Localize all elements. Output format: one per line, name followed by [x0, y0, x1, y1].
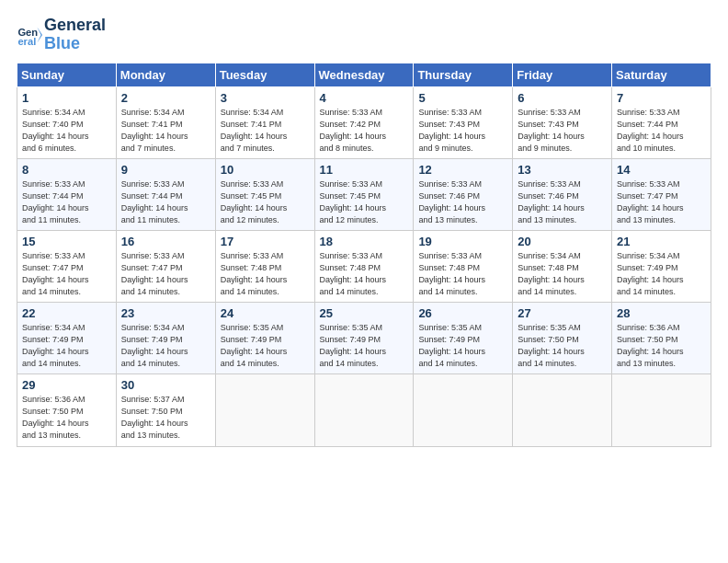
calendar-cell: 10Sunrise: 5:33 AMSunset: 7:45 PMDayligh…: [215, 158, 314, 230]
day-info: Sunrise: 5:33 AMSunset: 7:48 PMDaylight:…: [320, 250, 409, 298]
calendar-cell: 8Sunrise: 5:33 AMSunset: 7:44 PMDaylight…: [17, 158, 117, 230]
day-info: Sunrise: 5:33 AMSunset: 7:43 PMDaylight:…: [418, 107, 507, 155]
day-number: 12: [418, 163, 507, 177]
calendar-cell: [414, 374, 513, 446]
calendar-cell: 28Sunrise: 5:36 AMSunset: 7:50 PMDayligh…: [612, 303, 711, 374]
day-number: 30: [121, 378, 210, 392]
day-number: 4: [320, 91, 409, 105]
day-info: Sunrise: 5:34 AMSunset: 7:41 PMDaylight:…: [121, 107, 210, 155]
day-info: Sunrise: 5:37 AMSunset: 7:50 PMDaylight:…: [121, 394, 210, 442]
day-info: Sunrise: 5:33 AMSunset: 7:46 PMDaylight:…: [518, 178, 607, 226]
day-number: 17: [221, 235, 310, 248]
day-number: 10: [221, 163, 310, 177]
calendar-cell: 25Sunrise: 5:35 AMSunset: 7:49 PMDayligh…: [314, 303, 414, 374]
calendar-header-saturday: Saturday: [612, 63, 711, 86]
day-number: 13: [518, 163, 607, 177]
day-info: Sunrise: 5:33 AMSunset: 7:45 PMDaylight:…: [320, 178, 409, 226]
day-number: 21: [617, 235, 706, 248]
day-number: 7: [617, 91, 706, 105]
day-info: Sunrise: 5:33 AMSunset: 7:45 PMDaylight:…: [221, 178, 310, 226]
svg-marker-2: [37, 27, 42, 42]
calendar-cell: 29Sunrise: 5:36 AMSunset: 7:50 PMDayligh…: [17, 374, 117, 446]
day-info: Sunrise: 5:34 AMSunset: 7:48 PMDaylight:…: [518, 250, 607, 298]
day-info: Sunrise: 5:34 AMSunset: 7:41 PMDaylight:…: [221, 107, 310, 155]
calendar-cell: 9Sunrise: 5:33 AMSunset: 7:44 PMDaylight…: [116, 158, 215, 230]
day-info: Sunrise: 5:36 AMSunset: 7:50 PMDaylight:…: [617, 322, 706, 370]
calendar-cell: 18Sunrise: 5:33 AMSunset: 7:48 PMDayligh…: [314, 230, 414, 302]
day-info: Sunrise: 5:33 AMSunset: 7:43 PMDaylight:…: [518, 107, 607, 155]
calendar-cell: 27Sunrise: 5:35 AMSunset: 7:50 PMDayligh…: [513, 303, 612, 374]
calendar-cell: 16Sunrise: 5:33 AMSunset: 7:47 PMDayligh…: [116, 230, 215, 302]
calendar-cell: [513, 374, 612, 446]
day-number: 28: [617, 306, 706, 320]
calendar-cell: 3Sunrise: 5:34 AMSunset: 7:41 PMDaylight…: [215, 86, 314, 158]
day-number: 11: [320, 163, 409, 177]
calendar-header-sunday: Sunday: [17, 63, 117, 86]
day-info: Sunrise: 5:33 AMSunset: 7:47 PMDaylight:…: [617, 178, 706, 226]
day-info: Sunrise: 5:34 AMSunset: 7:40 PMDaylight:…: [22, 107, 111, 155]
day-info: Sunrise: 5:35 AMSunset: 7:49 PMDaylight:…: [418, 322, 507, 370]
calendar-cell: 20Sunrise: 5:34 AMSunset: 7:48 PMDayligh…: [513, 230, 612, 302]
day-info: Sunrise: 5:34 AMSunset: 7:49 PMDaylight:…: [121, 322, 210, 370]
day-number: 25: [320, 306, 409, 320]
calendar-cell: 23Sunrise: 5:34 AMSunset: 7:49 PMDayligh…: [116, 303, 215, 374]
day-info: Sunrise: 5:34 AMSunset: 7:49 PMDaylight:…: [22, 322, 111, 370]
calendar-cell: [215, 374, 314, 446]
calendar-header-row: SundayMondayTuesdayWednesdayThursdayFrid…: [17, 63, 711, 86]
calendar-cell: 15Sunrise: 5:33 AMSunset: 7:47 PMDayligh…: [17, 230, 117, 302]
calendar-week-5: 29Sunrise: 5:36 AMSunset: 7:50 PMDayligh…: [17, 374, 711, 446]
calendar-header-wednesday: Wednesday: [314, 63, 414, 86]
day-info: Sunrise: 5:33 AMSunset: 7:42 PMDaylight:…: [320, 107, 409, 155]
calendar-cell: 1Sunrise: 5:34 AMSunset: 7:40 PMDaylight…: [17, 86, 117, 158]
day-number: 14: [617, 163, 706, 177]
day-info: Sunrise: 5:36 AMSunset: 7:50 PMDaylight:…: [22, 394, 111, 442]
logo: Gen eral General Blue: [17, 17, 106, 53]
page-header: Gen eral General Blue: [17, 17, 711, 53]
calendar-cell: 24Sunrise: 5:35 AMSunset: 7:49 PMDayligh…: [215, 303, 314, 374]
day-number: 16: [121, 235, 210, 248]
day-number: 3: [221, 91, 310, 105]
day-number: 1: [22, 91, 111, 105]
calendar-cell: 12Sunrise: 5:33 AMSunset: 7:46 PMDayligh…: [414, 158, 513, 230]
logo-icon: Gen eral: [17, 22, 42, 48]
calendar-cell: 21Sunrise: 5:34 AMSunset: 7:49 PMDayligh…: [612, 230, 711, 302]
day-number: 2: [121, 91, 210, 105]
day-info: Sunrise: 5:35 AMSunset: 7:49 PMDaylight:…: [221, 322, 310, 370]
calendar-header-monday: Monday: [116, 63, 215, 86]
calendar-cell: 11Sunrise: 5:33 AMSunset: 7:45 PMDayligh…: [314, 158, 414, 230]
day-info: Sunrise: 5:34 AMSunset: 7:49 PMDaylight:…: [617, 250, 706, 298]
day-number: 22: [22, 306, 111, 320]
calendar-cell: 13Sunrise: 5:33 AMSunset: 7:46 PMDayligh…: [513, 158, 612, 230]
day-info: Sunrise: 5:33 AMSunset: 7:48 PMDaylight:…: [418, 250, 507, 298]
calendar-header-tuesday: Tuesday: [215, 63, 314, 86]
calendar-week-4: 22Sunrise: 5:34 AMSunset: 7:49 PMDayligh…: [17, 303, 711, 374]
day-info: Sunrise: 5:33 AMSunset: 7:47 PMDaylight:…: [121, 250, 210, 298]
calendar-cell: 26Sunrise: 5:35 AMSunset: 7:49 PMDayligh…: [414, 303, 513, 374]
day-number: 18: [320, 235, 409, 248]
calendar-cell: 19Sunrise: 5:33 AMSunset: 7:48 PMDayligh…: [414, 230, 513, 302]
calendar-header-thursday: Thursday: [414, 63, 513, 86]
calendar-cell: 30Sunrise: 5:37 AMSunset: 7:50 PMDayligh…: [116, 374, 215, 446]
day-info: Sunrise: 5:35 AMSunset: 7:50 PMDaylight:…: [518, 322, 607, 370]
day-info: Sunrise: 5:33 AMSunset: 7:47 PMDaylight:…: [22, 250, 111, 298]
day-number: 8: [22, 163, 111, 177]
calendar: SundayMondayTuesdayWednesdayThursdayFrid…: [17, 63, 711, 447]
calendar-week-3: 15Sunrise: 5:33 AMSunset: 7:47 PMDayligh…: [17, 230, 711, 302]
day-number: 9: [121, 163, 210, 177]
calendar-cell: 6Sunrise: 5:33 AMSunset: 7:43 PMDaylight…: [513, 86, 612, 158]
day-number: 15: [22, 235, 111, 248]
calendar-week-1: 1Sunrise: 5:34 AMSunset: 7:40 PMDaylight…: [17, 86, 711, 158]
day-info: Sunrise: 5:33 AMSunset: 7:48 PMDaylight:…: [221, 250, 310, 298]
day-info: Sunrise: 5:33 AMSunset: 7:44 PMDaylight:…: [22, 178, 111, 226]
calendar-cell: [612, 374, 711, 446]
calendar-cell: 22Sunrise: 5:34 AMSunset: 7:49 PMDayligh…: [17, 303, 117, 374]
day-number: 29: [22, 378, 111, 392]
day-number: 19: [418, 235, 507, 248]
day-number: 27: [518, 306, 607, 320]
day-info: Sunrise: 5:33 AMSunset: 7:46 PMDaylight:…: [418, 178, 507, 226]
day-info: Sunrise: 5:33 AMSunset: 7:44 PMDaylight:…: [617, 107, 706, 155]
day-number: 24: [221, 306, 310, 320]
calendar-cell: 7Sunrise: 5:33 AMSunset: 7:44 PMDaylight…: [612, 86, 711, 158]
calendar-cell: 2Sunrise: 5:34 AMSunset: 7:41 PMDaylight…: [116, 86, 215, 158]
day-number: 23: [121, 306, 210, 320]
